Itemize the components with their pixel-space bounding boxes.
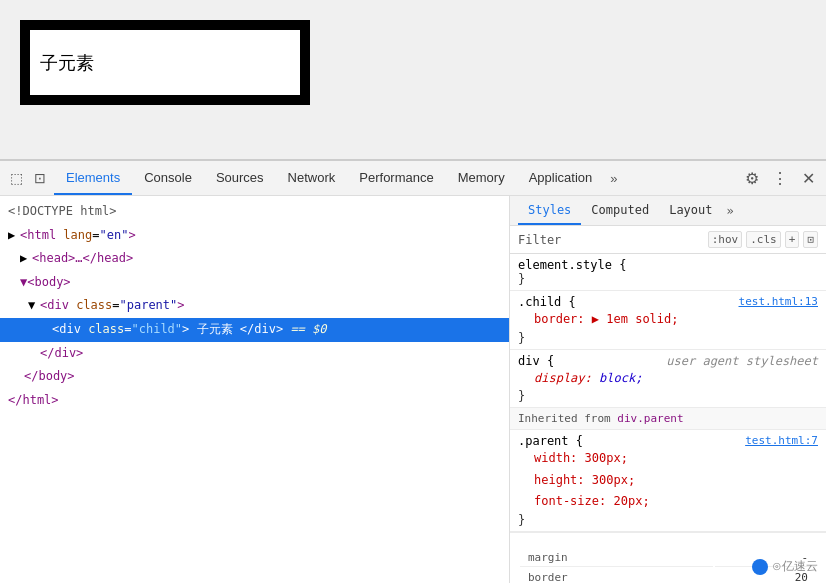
devtools-actions: ⚙ ⋮ ✕ <box>740 166 820 190</box>
dom-line-html[interactable]: ▶<html lang="en"> <box>0 224 509 248</box>
dom-line-html-close[interactable]: </html> <box>0 389 509 413</box>
tab-more-button[interactable]: » <box>604 171 623 186</box>
dom-line-parent[interactable]: ▼<div class="parent"> <box>0 294 509 318</box>
css-rule-parent: .parent { test.html:7 width: 300px; heig… <box>510 430 826 532</box>
css-prop-fontsize: font-size: 20px; <box>518 491 818 513</box>
css-prop-display: display: block; <box>518 368 818 390</box>
filter-label: Filter <box>518 233 561 247</box>
styles-filter-bar: Filter :hov .cls + ⊡ <box>510 226 826 254</box>
inherited-from-label: Inherited from div.parent <box>510 408 826 430</box>
dom-line-head[interactable]: ▶<head>…</head> <box>0 247 509 271</box>
dom-line-body-close[interactable]: </body> <box>0 365 509 389</box>
ua-comment: user agent stylesheet <box>666 354 818 368</box>
yiyun-logo-icon <box>752 559 768 575</box>
subtab-more[interactable]: » <box>723 204 738 218</box>
inherited-class-name: div.parent <box>617 412 683 425</box>
cls-button[interactable]: .cls <box>746 231 781 248</box>
subtab-styles[interactable]: Styles <box>518 196 581 225</box>
demo-box-outer: 子元素 <box>20 20 310 105</box>
css-rule-div-ua: div { user agent stylesheet display: blo… <box>510 350 826 409</box>
tab-memory[interactable]: Memory <box>446 161 517 195</box>
new-rule-button[interactable]: ⊡ <box>803 231 818 248</box>
devtools-panel: ⬚ ⊡ Elements Console Sources Network Per… <box>0 160 826 583</box>
subtab-layout[interactable]: Layout <box>659 196 722 225</box>
dom-panel[interactable]: <!DOCTYPE html> ▶<html lang="en"> ▶<head… <box>0 196 510 583</box>
css-prop-width: width: 300px; <box>518 448 818 470</box>
demo-box-inner: 子元素 <box>30 30 300 95</box>
subtab-computed[interactable]: Computed <box>581 196 659 225</box>
dom-line-body[interactable]: ▼<body> <box>0 271 509 295</box>
dom-line-doctype: <!DOCTYPE html> <box>0 200 509 224</box>
tab-network[interactable]: Network <box>276 161 348 195</box>
css-selector-element-style: element.style { <box>518 258 818 272</box>
dom-line-child-selected[interactable]: <div class="child"> 子元素 </div> == $0 <box>0 318 509 342</box>
css-selector-parent: .parent { test.html:7 <box>518 434 818 448</box>
close-icon[interactable]: ✕ <box>796 166 820 190</box>
watermark: ⊙亿速云 <box>752 558 818 575</box>
dom-line-div-close[interactable]: </div> <box>0 342 509 366</box>
css-file-child[interactable]: test.html:13 <box>739 295 818 308</box>
preview-area: 子元素 <box>0 0 826 160</box>
hov-button[interactable]: :hov <box>708 231 743 248</box>
devtools-content: <!DOCTYPE html> ▶<html lang="en"> ▶<head… <box>0 196 826 583</box>
css-rule-element-style: element.style { } <box>510 254 826 291</box>
tab-sources[interactable]: Sources <box>204 161 276 195</box>
css-prop-height: height: 300px; <box>518 470 818 492</box>
tab-performance[interactable]: Performance <box>347 161 445 195</box>
settings-icon[interactable]: ⚙ <box>740 166 764 190</box>
cursor-icon[interactable]: ⬚ <box>6 168 26 188</box>
more-icon[interactable]: ⋮ <box>768 166 792 190</box>
tab-elements[interactable]: Elements <box>54 161 132 195</box>
demo-text: 子元素 <box>40 51 94 75</box>
filter-controls: :hov .cls + ⊡ <box>708 231 818 248</box>
css-rule-child: .child { test.html:13 border: ▶ 1em soli… <box>510 291 826 350</box>
plus-button[interactable]: + <box>785 231 800 248</box>
styles-subtabs: Styles Computed Layout » <box>510 196 826 226</box>
css-prop-border: border: ▶ 1em solid; <box>518 309 818 331</box>
styles-panel: Styles Computed Layout » Filter :hov .cl… <box>510 196 826 583</box>
device-icon[interactable]: ⊡ <box>30 168 50 188</box>
devtools-topbar: ⬚ ⊡ Elements Console Sources Network Per… <box>0 161 826 196</box>
devtools-tabs: Elements Console Sources Network Perform… <box>54 161 740 195</box>
css-file-parent[interactable]: test.html:7 <box>745 434 818 447</box>
margin-label: margin <box>520 549 713 567</box>
css-selector-div: div { user agent stylesheet <box>518 354 818 368</box>
border-label: border <box>520 569 713 583</box>
watermark-text: ⊙亿速云 <box>772 558 818 575</box>
css-selector-child: .child { test.html:13 <box>518 295 818 309</box>
tab-console[interactable]: Console <box>132 161 204 195</box>
tab-application[interactable]: Application <box>517 161 605 195</box>
